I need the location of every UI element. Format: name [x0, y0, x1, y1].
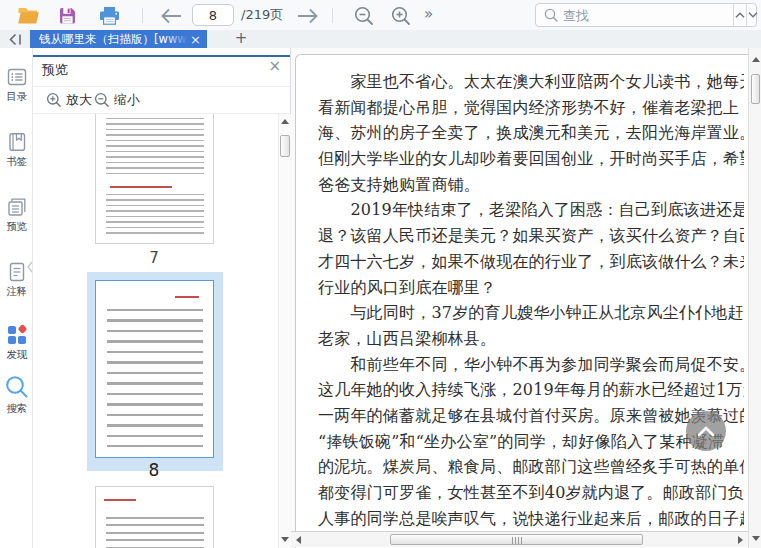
chevron-up-icon	[734, 11, 746, 19]
sidebar-item-label: 注释	[0, 285, 33, 299]
text-line: 但刚大学毕业的女儿却吵着要回国创业，开时尚买手店，希望	[318, 146, 744, 172]
sidebar-item-label: 书签	[0, 155, 33, 169]
preview-panel: 预览 × 放大 缩小 7	[33, 48, 291, 548]
sidebar-item-discover[interactable]: 发现	[0, 324, 33, 362]
page-total-label: /219页	[241, 0, 283, 30]
document-page[interactable]: 家里也不省心。太太在澳大利亚陪两个女儿读书，她每天 看新闻都提心吊胆，觉得国内经…	[295, 54, 748, 548]
vertical-scrollbar[interactable]	[748, 48, 761, 548]
search-input[interactable]	[558, 8, 733, 23]
chevron-up-icon	[697, 426, 715, 437]
save-icon	[58, 6, 77, 25]
text-line: 一两年的储蓄就足够在县城付首付买房。原来曾被她羡慕过的	[318, 403, 744, 429]
thumbnail-page-label: 8	[95, 460, 213, 480]
preview-scrollbar-thumb[interactable]	[280, 135, 290, 157]
preview-zoom-in-label: 放大	[66, 91, 92, 109]
thumbnail-page-9[interactable]	[95, 486, 214, 548]
zoom-in-icon	[391, 6, 411, 26]
printer-icon	[99, 6, 120, 25]
vertical-scrollbar-thumb[interactable]	[751, 74, 760, 104]
toc-icon	[0, 66, 33, 88]
previous-match-button[interactable]	[733, 4, 746, 26]
scroll-left-button[interactable]	[291, 532, 308, 548]
horizontal-scrollbar-thumb[interactable]	[390, 534, 643, 545]
magnifier-plus-icon	[46, 92, 62, 108]
chevron-left-bar-icon	[8, 33, 24, 46]
text-line: 和前些年不同，华小钟不再为参加同学聚会而局促不安。	[318, 352, 744, 378]
thumbnail-list: 7 8	[33, 114, 278, 548]
arrow-right-icon	[296, 8, 319, 24]
thumbnail-red-heading	[110, 186, 172, 188]
previous-page-button[interactable]	[159, 7, 183, 24]
zoom-out-button[interactable]	[353, 5, 375, 26]
search-box	[535, 3, 757, 27]
text-line: 才四十六七岁，如果不做现在的行业了，到底该做什么？未来	[318, 249, 744, 275]
next-match-button[interactable]	[746, 4, 759, 26]
preview-zoom-in-button[interactable]: 放大	[46, 90, 92, 110]
preview-pages-icon	[0, 196, 33, 218]
collapse-tabs-button[interactable]	[6, 31, 26, 47]
text-line: 海、苏州的房子全卖了，换成澳元和美元，去阳光海岸置业。	[318, 120, 744, 146]
search-icon	[544, 8, 558, 22]
scroll-right-button[interactable]	[731, 532, 748, 548]
scroll-left-arrow-icon	[296, 536, 301, 544]
scroll-right-arrow-icon	[738, 536, 743, 544]
chevron-down-icon	[747, 11, 759, 19]
zoom-in-button[interactable]	[390, 5, 412, 26]
print-button[interactable]	[98, 5, 120, 25]
divider	[33, 86, 290, 87]
thumbnail-page-8[interactable]	[95, 280, 214, 458]
thumbnail-page-7[interactable]	[95, 114, 214, 244]
tab-title-fade	[166, 32, 188, 47]
save-button[interactable]	[57, 5, 77, 25]
text-line: 的泥坑。煤炭局、粮食局、邮政部门这些曾经炙手可热的单位	[318, 454, 744, 480]
scroll-up-arrow-icon[interactable]	[281, 119, 289, 124]
sidebar-item-label: 发现	[0, 348, 33, 362]
tab-title: 钱从哪里来（扫描版）[www.j9p	[39, 32, 188, 47]
text-line: 退？该留人民币还是美元？如果买资产，该买什么资产？自己	[318, 223, 744, 249]
thumbnail-text-lines	[106, 194, 204, 238]
text-line: 与此同时，37岁的育儿嫂华小钟正从北京风尘仆仆地赶回	[318, 300, 744, 326]
sidebar-item-toc[interactable]: 目录	[0, 66, 33, 104]
text-line: 爸爸支持她购置商铺。	[318, 172, 744, 198]
scroll-down-arrow-icon[interactable]	[752, 536, 760, 541]
open-file-button[interactable]	[16, 4, 40, 26]
document-tab[interactable]: 钱从哪里来（扫描版）[www.j9p ×	[30, 30, 207, 48]
folder-open-icon	[17, 5, 40, 25]
text-line: 行业的风口到底在哪里？	[318, 275, 744, 301]
nav-sidebar: 目录 书签 预览	[0, 48, 33, 548]
toolbar-separator	[332, 8, 333, 23]
preview-zoom-out-label: 缩小	[114, 91, 140, 109]
text-line: 看新闻都提心吊胆，觉得国内经济形势不好，催着老梁把上	[318, 95, 744, 121]
arrow-left-icon	[160, 8, 183, 24]
document-viewport: 家里也不省心。太太在澳大利亚陪两个女儿读书，她每天 看新闻都提心吊胆，觉得国内经…	[291, 48, 748, 548]
thumbnail-red-header	[175, 296, 199, 298]
new-tab-button[interactable]: +	[230, 30, 252, 48]
preview-panel-title: 预览	[42, 61, 68, 79]
preview-scrollbar[interactable]	[278, 114, 291, 548]
thumbnail-page-label: 7	[95, 249, 213, 267]
horizontal-scrollbar[interactable]	[291, 531, 748, 547]
sidebar-item-search[interactable]: 搜索	[0, 374, 33, 416]
sidebar-item-preview[interactable]: 预览	[0, 196, 33, 234]
text-line: 2019年快结束了，老梁陷入了困惑：自己到底该进还是该	[318, 197, 744, 223]
sidebar-item-bookmarks[interactable]: 书签	[0, 131, 33, 169]
scroll-down-arrow-icon[interactable]	[281, 537, 289, 542]
sidebar-item-label: 搜索	[0, 402, 33, 416]
page-number-input[interactable]	[192, 4, 234, 26]
thumbnail-red-header	[104, 499, 136, 501]
text-line: 人事的同学总是唉声叹气，说快递行业起来后，邮政的日子越	[318, 506, 744, 532]
toolbar: /219页 »	[0, 0, 761, 30]
preview-close-icon[interactable]: ×	[268, 59, 281, 74]
document-text: 家里也不省心。太太在澳大利亚陪两个女儿读书，她每天 看新闻都提心吊胆，觉得国内经…	[318, 69, 744, 531]
more-tools-button[interactable]: »	[424, 0, 433, 30]
sidebar-item-label: 目录	[0, 90, 33, 104]
zoom-out-icon	[354, 6, 374, 26]
next-page-button[interactable]	[295, 7, 319, 24]
preview-zoom-out-button[interactable]: 缩小	[94, 90, 140, 110]
text-line: “捧铁饭碗”和“坐办公室”的同学，却好像陷入了某种凝滞	[318, 429, 744, 455]
text-line: 家里也不省心。太太在澳大利亚陪两个女儿读书，她每天	[318, 69, 744, 95]
back-to-top-button[interactable]	[686, 411, 726, 451]
text-line: 这几年她的收入持续飞涨，2019年每月的薪水已经超过1万元，	[318, 377, 744, 403]
scroll-up-arrow-icon[interactable]	[752, 57, 760, 62]
tab-close-icon[interactable]: ×	[190, 33, 201, 46]
